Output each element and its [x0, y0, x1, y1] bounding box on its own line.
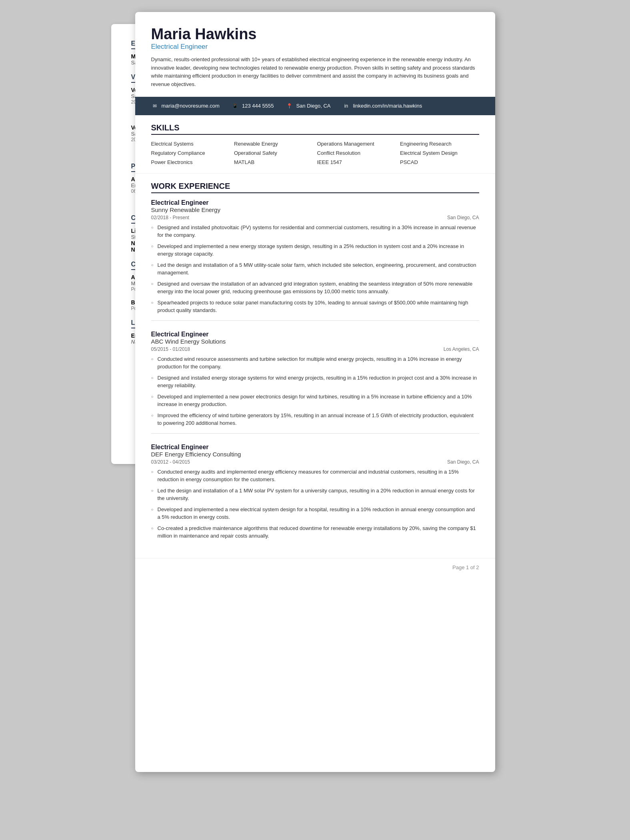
job-title-1: Electrical Engineer	[151, 331, 479, 338]
contact-bar: ✉ maria@novoresume.com 📱 123 444 5555 📍 …	[135, 97, 495, 115]
job-location-2: San Diego, CA	[447, 459, 479, 465]
job-0: Electrical Engineer Sunny Renewable Ener…	[151, 199, 479, 321]
job-divider-0	[151, 320, 479, 321]
bullet-1-1: Designed and installed energy storage sy…	[151, 374, 479, 390]
bullet-1-3: Improved the efficiency of wind turbine …	[151, 412, 479, 427]
job-2: Electrical Engineer DEF Energy Efficienc…	[151, 444, 479, 540]
job-location-1: Los Angeles, CA	[444, 346, 479, 352]
skill-item: Electrical System Design	[400, 150, 479, 156]
job-date-2: 03/2012 - 04/2015	[151, 459, 190, 465]
contact-phone: 📱 123 444 5555	[232, 102, 274, 110]
job-bullets-2: Conducted energy audits and implemented …	[151, 468, 479, 540]
job-location-0: San Diego, CA	[447, 215, 479, 220]
page1-label: Page 1 of 2	[135, 558, 495, 576]
candidate-summary: Dynamic, results-oriented professional w…	[151, 56, 479, 89]
skill-item: Electrical Systems	[151, 141, 230, 147]
phone-icon: 📱	[232, 102, 239, 110]
contact-email: ✉ maria@novoresume.com	[151, 102, 220, 110]
skills-title: SKILLS	[151, 123, 479, 135]
bullet-2-2: Developed and implemented a new electric…	[151, 506, 479, 521]
job-meta-2: 03/2012 - 04/2015 San Diego, CA	[151, 459, 479, 465]
skill-item: Conflict Resolution	[317, 150, 396, 156]
work-experience-title: WORK EXPERIENCE	[151, 182, 479, 193]
job-divider-1	[151, 433, 479, 434]
bullet-0-1: Developed and implemented a new energy s…	[151, 242, 479, 258]
bullet-1-2: Developed and implemented a new power el…	[151, 393, 479, 408]
skill-item: PSCAD	[400, 159, 479, 165]
resume-header: Maria Hawkins Electrical Engineer Dynami…	[135, 12, 495, 97]
job-date-0: 02/2018 - Present	[151, 215, 189, 220]
job-1: Electrical Engineer ABC Wind Energy Solu…	[151, 331, 479, 434]
email-icon: ✉	[151, 102, 158, 110]
linkedin-icon: in	[342, 102, 350, 110]
skill-item: Renewable Energy	[234, 141, 313, 147]
job-meta-0: 02/2018 - Present San Diego, CA	[151, 215, 479, 220]
skill-item: Operations Management	[317, 141, 396, 147]
skill-item: Power Electronics	[151, 159, 230, 165]
job-date-1: 05/2015 - 01/2018	[151, 346, 190, 352]
skills-section: SKILLS Electrical SystemsRenewable Energ…	[135, 115, 495, 174]
bullet-0-4: Spearheaded projects to reduce solar pan…	[151, 299, 479, 314]
work-experience-section: WORK EXPERIENCE Electrical Engineer Sunn…	[135, 174, 495, 558]
skills-grid: Electrical SystemsRenewable EnergyOperat…	[151, 141, 479, 165]
job-title-2: Electrical Engineer	[151, 444, 479, 451]
bullet-2-1: Led the design and installation of a 1 M…	[151, 487, 479, 502]
bullet-0-3: Designed and oversaw the installation of…	[151, 280, 479, 296]
job-company-0: Sunny Renewable Energy	[151, 206, 479, 213]
job-meta-1: 05/2015 - 01/2018 Los Angeles, CA	[151, 346, 479, 352]
jobs-container: Electrical Engineer Sunny Renewable Ener…	[151, 199, 479, 540]
skill-item: MATLAB	[234, 159, 313, 165]
page-1: Maria Hawkins Electrical Engineer Dynami…	[135, 12, 495, 772]
job-bullets-0: Designed and installed photovoltaic (PV)…	[151, 224, 479, 314]
bullet-1-0: Conducted wind resource assessments and …	[151, 355, 479, 371]
candidate-name: Maria Hawkins	[151, 26, 479, 43]
bullet-0-2: Led the design and installation of a 5 M…	[151, 261, 479, 277]
job-company-1: ABC Wind Energy Solutions	[151, 338, 479, 345]
location-icon: 📍	[286, 102, 293, 110]
job-company-2: DEF Energy Efficiency Consulting	[151, 451, 479, 458]
job-bullets-1: Conducted wind resource assessments and …	[151, 355, 479, 427]
job-title-0: Electrical Engineer	[151, 199, 479, 206]
bullet-2-0: Conducted energy audits and implemented …	[151, 468, 479, 484]
skill-item: IEEE 1547	[317, 159, 396, 165]
candidate-job-title: Electrical Engineer	[151, 43, 479, 51]
skill-item: Regulatory Compliance	[151, 150, 230, 156]
skill-item: Operational Safety	[234, 150, 313, 156]
skill-item: Engineering Research	[400, 141, 479, 147]
contact-linkedin: in linkedin.com/in/maria.hawkins	[342, 102, 422, 110]
contact-location: 📍 San Diego, CA	[286, 102, 330, 110]
bullet-2-3: Co-created a predictive maintenance algo…	[151, 524, 479, 540]
bullet-0-0: Designed and installed photovoltaic (PV)…	[151, 224, 479, 239]
